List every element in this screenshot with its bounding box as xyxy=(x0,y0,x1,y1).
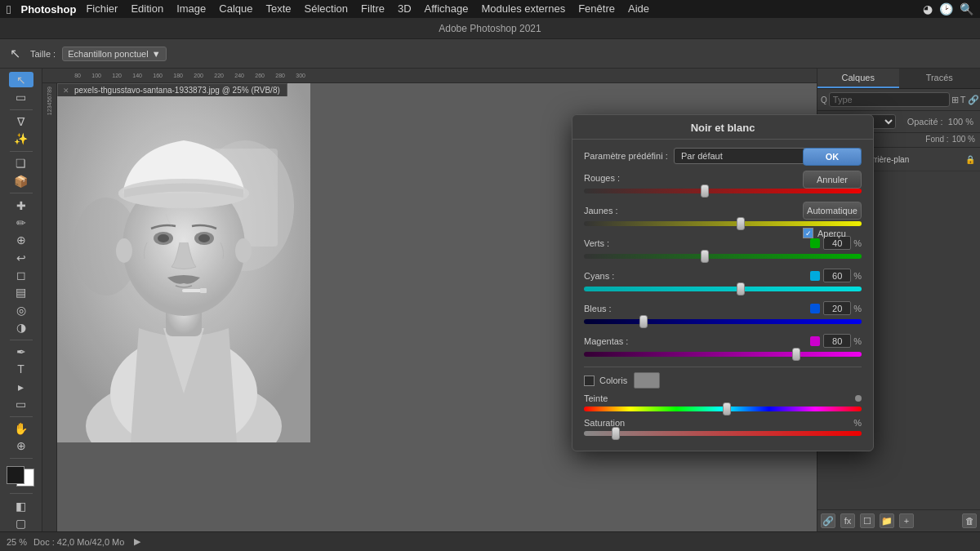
add-mask-icon[interactable]: ☐ xyxy=(860,513,875,528)
new-group-icon[interactable]: 📁 xyxy=(880,513,894,528)
dodge-tool[interactable]: ◑ xyxy=(9,319,33,335)
screen-mode-icon[interactable]: ▢ xyxy=(9,516,33,531)
layers-type-icon[interactable]: T xyxy=(960,92,966,107)
gradient-tool[interactable]: ▤ xyxy=(9,285,33,300)
add-effect-icon[interactable]: fx xyxy=(840,513,855,528)
arrow-icon[interactable]: ▶ xyxy=(134,536,140,547)
slider-thumb-5[interactable] xyxy=(792,348,800,361)
auto-button[interactable]: Automatique xyxy=(803,202,862,220)
menu-image[interactable]: Image xyxy=(170,0,212,18)
slider-track-0[interactable] xyxy=(584,187,862,195)
tool-move-icon[interactable]: ↖ xyxy=(7,44,24,63)
slider-value-3[interactable]: 60 xyxy=(823,269,851,282)
slider-thumb-3[interactable] xyxy=(737,282,745,295)
tinte-label: Teinte xyxy=(584,393,852,403)
cancel-button[interactable]: Annuler xyxy=(803,171,862,189)
menu-texte[interactable]: Texte xyxy=(259,0,297,18)
link-layers-icon[interactable]: 🔗 xyxy=(821,513,835,528)
hand-tool[interactable]: ✋ xyxy=(9,420,33,436)
move-tool[interactable]: ↖ xyxy=(9,72,33,87)
ruler-left: 123456789 xyxy=(42,83,57,531)
layers-link-icon[interactable]: 🔗 xyxy=(968,92,979,107)
menu-3d[interactable]: 3D xyxy=(391,0,418,18)
ruler-top: 80 100 120 140 160 180 200 220 240 260 2… xyxy=(42,69,817,83)
slider-thumb-0[interactable] xyxy=(701,184,709,198)
magic-wand-tool[interactable]: ✨ xyxy=(9,131,33,147)
menu-selection[interactable]: Sélection xyxy=(298,0,354,18)
brush-tool[interactable]: ✏ xyxy=(9,215,33,230)
slider-row-2: Verts : 40 % xyxy=(584,236,862,260)
tools-panel: ↖ ▭ ∇ ✨ ❏ 📦 ✚ ✏ ⊕ ↩ ◻ ▤ ◎ ◑ ✒ T ▸ ▭ ✋ ⊕ … xyxy=(0,69,42,531)
slider-thumb-2[interactable] xyxy=(701,250,709,263)
preset-label: Paramètre prédéfini : xyxy=(584,151,674,161)
slider-thumb-4[interactable] xyxy=(639,315,648,328)
tinte-slider-track[interactable] xyxy=(584,405,862,413)
eyedropper-tool[interactable]: 📦 xyxy=(9,173,33,189)
layers-search-input[interactable] xyxy=(829,92,950,107)
zoom-tool[interactable]: ⊕ xyxy=(9,438,33,454)
shape-tool[interactable]: ▭ xyxy=(9,396,33,411)
menu-aide[interactable]: Aide xyxy=(621,0,656,18)
tab-traces[interactable]: Tracés xyxy=(899,69,981,88)
saturation-slider-thumb[interactable] xyxy=(612,427,620,440)
saturation-slider-track[interactable] xyxy=(584,429,862,438)
healing-tool[interactable]: ✚ xyxy=(9,198,33,213)
menu-fenetre[interactable]: Fenêtre xyxy=(572,0,621,18)
slider-track-2[interactable] xyxy=(584,252,862,260)
foreground-color-swatch[interactable] xyxy=(7,466,24,484)
text-tool[interactable]: T xyxy=(9,362,33,377)
svg-rect-18 xyxy=(57,83,310,442)
menu-fichier[interactable]: Fichier xyxy=(79,0,124,18)
slider-track-4[interactable] xyxy=(584,318,862,326)
slider-label-2: Verts : xyxy=(584,238,807,248)
colorize-preview[interactable] xyxy=(634,372,660,389)
blur-tool[interactable]: ◎ xyxy=(9,302,33,318)
doc-info: Doc : 42,0 Mo/42,0 Mo xyxy=(33,537,124,547)
marquee-tool[interactable]: ▭ xyxy=(9,89,33,104)
lasso-tool[interactable]: ∇ xyxy=(9,113,33,129)
sample-label: Echantillon ponctuel xyxy=(68,49,148,59)
menu-affichage[interactable]: Affichage xyxy=(418,0,475,18)
history-brush-tool[interactable]: ↩ xyxy=(9,250,33,265)
clone-tool[interactable]: ⊕ xyxy=(9,233,33,248)
slider-track-5[interactable] xyxy=(584,350,862,358)
colorize-checkbox[interactable] xyxy=(584,375,595,386)
status-bar: 25 % Doc : 42,0 Mo/42,0 Mo ▶ xyxy=(0,531,980,551)
preview-label: Aperçu xyxy=(817,229,846,238)
slider-track-3[interactable] xyxy=(584,285,862,293)
tinte-row: Teinte xyxy=(584,393,862,413)
path-select-tool[interactable]: ▸ xyxy=(9,379,33,394)
app-name[interactable]: Photoshop xyxy=(20,3,76,16)
preview-checkbox[interactable]: ✓ xyxy=(803,228,813,238)
menu-calque[interactable]: Calque xyxy=(212,0,259,18)
tab-calques[interactable]: Calques xyxy=(817,69,899,88)
slider-thumb-1[interactable] xyxy=(737,217,745,230)
pen-tool[interactable]: ✒ xyxy=(9,344,33,359)
menu-filtre[interactable]: Filtre xyxy=(354,0,391,18)
new-layer-icon[interactable]: + xyxy=(899,513,914,528)
file-tab[interactable]: ✕ pexels-thgusstavo-santana-1933873.jpg … xyxy=(57,83,287,96)
slider-track-1[interactable] xyxy=(584,220,862,228)
slider-pct-2: % xyxy=(853,238,862,248)
eraser-tool[interactable]: ◻ xyxy=(9,267,33,282)
dialog-title[interactable]: Noir et blanc xyxy=(572,115,873,140)
file-tab-close[interactable]: ✕ xyxy=(63,87,69,95)
options-toolbar: ↖ Taille : Echantillon ponctuel ▼ xyxy=(0,39,980,69)
color-swatches[interactable] xyxy=(7,466,36,487)
search-icon[interactable]: 🔍 xyxy=(960,2,973,16)
crop-tool[interactable]: ❏ xyxy=(9,156,33,171)
slider-label-4: Bleus : xyxy=(584,304,807,313)
colorize-row: Coloris xyxy=(584,372,862,389)
menu-modules[interactable]: Modules externes xyxy=(475,0,572,18)
sample-dropdown[interactable]: Echantillon ponctuel ▼ xyxy=(62,47,166,61)
slider-value-5[interactable]: 80 xyxy=(823,334,851,348)
taille-label: Taille : xyxy=(30,49,56,59)
quick-mask-icon[interactable]: ◧ xyxy=(9,498,33,513)
slider-value-4[interactable]: 20 xyxy=(823,301,851,315)
bw-dialog[interactable]: Noir et blanc OK Annuler Automatique ✓ A… xyxy=(572,114,874,451)
tinte-slider-thumb[interactable] xyxy=(723,402,731,415)
delete-layer-icon[interactable]: 🗑 xyxy=(962,513,977,528)
menu-edition[interactable]: Edition xyxy=(124,0,170,18)
ok-button[interactable]: OK xyxy=(803,148,862,166)
layers-filter-icon[interactable]: ⊞ xyxy=(951,92,959,107)
